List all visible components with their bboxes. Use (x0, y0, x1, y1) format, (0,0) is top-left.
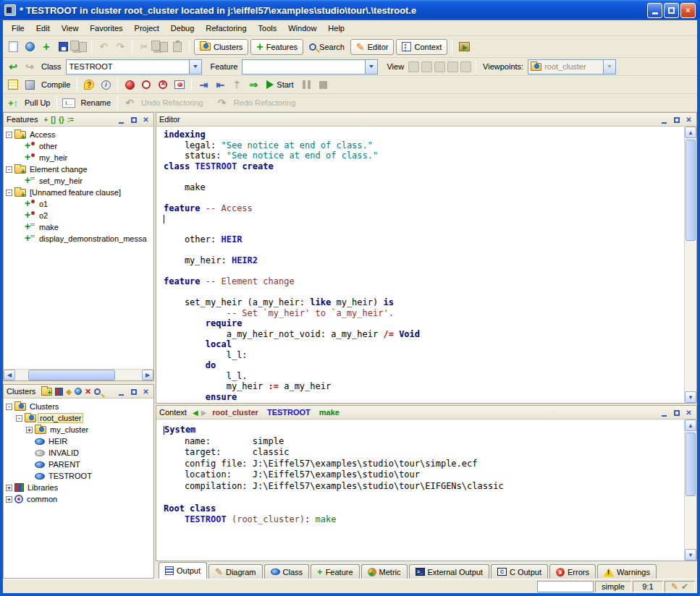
tree-item-heir[interactable]: HEIR (4, 435, 153, 447)
menu-favorites[interactable]: Favorites (84, 22, 128, 35)
panel-close-icon[interactable]: ✕ (141, 388, 151, 396)
rename-label[interactable]: Rename (78, 98, 113, 107)
menu-edit[interactable]: Edit (30, 22, 56, 35)
maximize-button[interactable] (664, 3, 679, 18)
add-class-sphere-icon[interactable] (75, 388, 82, 395)
step-out-icon[interactable]: ⇡ (229, 77, 244, 92)
help-question-icon[interactable]: ? (82, 77, 96, 92)
save-icon[interactable] (56, 40, 70, 54)
viewpoints-combobox[interactable]: root_cluster (528, 59, 616, 74)
tree-item-my-heir[interactable]: my_heir (4, 152, 153, 163)
minimize-button[interactable] (647, 3, 662, 18)
scroll-up-icon[interactable]: ▲ (685, 127, 696, 138)
tab-external-output[interactable]: >_External Output (409, 564, 489, 579)
ignore-breakpoints-icon[interactable] (156, 77, 170, 92)
panel-maximize-icon[interactable] (129, 116, 138, 123)
feature-combobox[interactable] (242, 59, 378, 74)
tree-item-invalid[interactable]: INVALID (4, 447, 153, 459)
tree-item-root-cluster[interactable]: -root_cluster (4, 412, 153, 424)
tree-item-clusters[interactable]: -Clusters (4, 401, 153, 412)
forward-icon[interactable]: ↪ (22, 59, 37, 74)
run-to-cursor-icon[interactable] (172, 77, 187, 92)
panel-maximize-icon[interactable] (129, 388, 138, 395)
back-icon[interactable]: ↩ (6, 59, 20, 74)
run-no-stop-icon[interactable] (139, 77, 153, 92)
tab-diagram[interactable]: Diagram (208, 564, 262, 579)
class-combobox[interactable]: TESTROOT (66, 59, 202, 74)
panel-minimize-icon[interactable] (659, 116, 669, 124)
breadcrumb-feature[interactable]: make (316, 408, 342, 417)
tab-c-output[interactable]: CC Output (491, 564, 548, 579)
redo-icon[interactable]: ↷ (113, 40, 127, 54)
horizontal-scrollbar[interactable]: ◀ ▶ (4, 369, 153, 380)
context-button[interactable]: Context (396, 39, 447, 55)
tab-class[interactable]: Class (264, 564, 310, 579)
signature-view-icon[interactable]: := (67, 116, 74, 124)
step-over-icon[interactable]: ⇤ (213, 77, 227, 92)
scroll-up-icon[interactable]: ▲ (685, 420, 696, 431)
expander-minus-icon[interactable]: - (6, 404, 12, 410)
panel-close-icon[interactable]: ✕ (684, 409, 693, 417)
paste-icon[interactable] (170, 40, 185, 54)
menu-window[interactable]: Window (282, 22, 322, 35)
clause-view-icon[interactable]: {} (59, 116, 64, 124)
scroll-left-icon[interactable]: ◀ (4, 370, 15, 380)
tree-item-display-demonstration-messa[interactable]: display_demonstration_messa (4, 233, 153, 244)
open-icon[interactable] (22, 40, 37, 54)
redo-refactoring-icon[interactable]: ↷ (215, 95, 229, 110)
rename-icon[interactable] (62, 95, 76, 110)
scroll-right-icon[interactable]: ▶ (142, 370, 153, 380)
menu-help[interactable]: Help (322, 22, 350, 35)
undo-refactoring-icon[interactable]: ↶ (122, 95, 137, 110)
panel-close-icon[interactable]: ✕ (141, 116, 151, 124)
step-into-icon[interactable]: ⇥ (196, 77, 211, 92)
scroll-down-icon[interactable]: ▼ (685, 549, 696, 561)
libraries-icon[interactable] (55, 388, 63, 396)
view-flat-icon[interactable] (434, 61, 445, 72)
tree-item-my-cluster[interactable]: +my_cluster (4, 424, 153, 435)
panel-maximize-icon[interactable] (672, 409, 681, 416)
add-item-icon[interactable]: ◆ (66, 388, 72, 396)
pull-up-label[interactable]: Pull Up (22, 98, 52, 107)
melt-icon[interactable] (22, 77, 37, 92)
expander-plus-icon[interactable]: + (6, 496, 12, 503)
project-settings-icon[interactable] (6, 77, 20, 92)
history-forward-icon[interactable]: ▶ (201, 409, 207, 417)
menu-project[interactable]: Project (129, 22, 165, 35)
tab-feature[interactable]: Feature (311, 564, 360, 579)
undo-refactoring-label[interactable]: Undo Refactoring (139, 98, 206, 107)
tab-output[interactable]: Output (159, 562, 207, 579)
tab-errors[interactable]: xErrors (549, 564, 596, 579)
panel-maximize-icon[interactable] (672, 116, 681, 123)
compile-label[interactable]: Compile (39, 80, 72, 89)
tree-item-testroot[interactable]: TESTROOT (4, 470, 153, 482)
new-cluster-icon[interactable] (41, 388, 52, 396)
new-document-icon[interactable] (6, 40, 20, 54)
chevron-down-icon[interactable] (189, 60, 201, 74)
view-basic-icon[interactable] (408, 61, 419, 72)
view-contract-icon[interactable] (421, 61, 432, 72)
status-search-input[interactable] (537, 581, 594, 592)
copy-icon[interactable] (153, 40, 168, 54)
run-step-icon[interactable]: ⇒ (246, 77, 261, 92)
scrollbar-thumb[interactable] (686, 433, 696, 496)
chevron-down-icon[interactable] (365, 60, 377, 74)
pause-icon[interactable] (300, 77, 314, 92)
tree-item-libraries[interactable]: +Libraries (4, 482, 153, 493)
chevron-down-icon[interactable] (603, 60, 615, 74)
view-clickable-icon[interactable] (447, 61, 458, 72)
scrollbar-thumb[interactable] (686, 140, 696, 241)
context-output[interactable]: System name: simple target: classic conf… (156, 420, 684, 561)
run-icon[interactable] (122, 77, 137, 92)
panel-close-icon[interactable]: ✕ (684, 116, 693, 124)
save-all-icon[interactable] (72, 40, 87, 54)
alphabetical-view-icon[interactable]: [] (51, 116, 56, 124)
panel-minimize-icon[interactable] (659, 409, 669, 417)
start-button[interactable]: Start (263, 77, 297, 93)
panel-minimize-icon[interactable] (117, 388, 126, 396)
close-button[interactable]: × (680, 3, 696, 18)
tab-warnings[interactable]: Warnings (597, 564, 657, 579)
search-button[interactable]: Search (305, 39, 348, 55)
menu-refactoring[interactable]: Refactoring (200, 22, 252, 35)
info-icon[interactable]: i (98, 77, 113, 92)
